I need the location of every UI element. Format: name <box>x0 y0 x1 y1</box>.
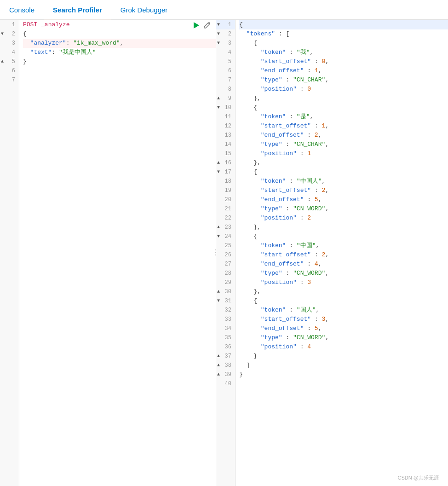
panel-drag-handle[interactable]: ⋮ <box>213 20 218 486</box>
line-number: 11 <box>216 112 235 122</box>
line-number: ▼2 <box>0 29 19 39</box>
line-number: 15 <box>216 149 235 158</box>
top-nav: Console Search Profiler Grok Debugger <box>0 0 448 20</box>
code-line: "position" : 3 <box>239 278 448 287</box>
code-line: } <box>239 370 448 379</box>
svg-point-1 <box>208 23 210 24</box>
line-number: ▲23 <box>216 223 235 232</box>
play-icon <box>192 21 200 29</box>
line-number: 33 <box>216 315 235 324</box>
code-line: }, <box>239 223 448 232</box>
left-panel: 1▼234▲567 POST _analyze{ "analyzer": "ik… <box>0 20 216 486</box>
code-line: { <box>239 168 448 177</box>
code-line: "start_offset" : 2, <box>239 186 448 195</box>
code-line: }, <box>239 94 448 103</box>
line-number: ▼31 <box>216 296 235 306</box>
code-line <box>23 66 216 75</box>
code-line: { <box>239 232 448 241</box>
code-line <box>239 379 448 388</box>
run-button[interactable] <box>192 21 200 31</box>
line-number: 34 <box>216 324 235 333</box>
line-number: 7 <box>0 75 19 85</box>
code-line: "tokens" : [ <box>239 29 448 39</box>
tab-search-profiler[interactable]: Search Profiler <box>44 0 111 20</box>
code-line: "start_offset" : 0, <box>239 57 448 66</box>
line-number: ▲5 <box>0 57 19 66</box>
code-line: "start_offset" : 2, <box>239 250 448 260</box>
line-number: ▼10 <box>216 103 235 112</box>
code-line: { <box>239 39 448 48</box>
drag-handle-dots: ⋮ <box>212 249 219 257</box>
fold-indicator[interactable]: ▼ <box>1 29 4 39</box>
settings-button[interactable] <box>203 21 211 31</box>
code-line: "type" : "CN_CHAR", <box>239 140 448 149</box>
line-number: 8 <box>216 85 235 94</box>
code-line: "token" : "中国人", <box>239 177 448 186</box>
wrench-icon <box>203 21 211 29</box>
code-line: "end_offset" : 4, <box>239 260 448 269</box>
code-line: "analyzer": "ik_max_word", <box>23 39 216 48</box>
line-number: ▼3 <box>216 39 235 48</box>
code-line: "type" : "CN_WORD", <box>239 204 448 214</box>
line-number: ▲38 <box>216 361 235 370</box>
code-line: "type" : "CN_CHAR", <box>239 75 448 85</box>
line-number: 27 <box>216 260 235 269</box>
code-line: "end_offset" : 5, <box>239 324 448 333</box>
left-code-lines[interactable]: POST _analyze{ "analyzer": "ik_max_word"… <box>19 20 216 486</box>
main-content: 1▼234▲567 POST _analyze{ "analyzer": "ik… <box>0 20 448 486</box>
tab-grok-debugger[interactable]: Grok Debugger <box>111 0 177 20</box>
right-code-lines[interactable]: { "tokens" : [ { "token" : "我", "start_o… <box>235 20 448 486</box>
code-line: { <box>239 20 448 29</box>
line-number: 18 <box>216 177 235 186</box>
line-number: ▼24 <box>216 232 235 241</box>
code-line: POST _analyze <box>23 20 216 29</box>
tab-console[interactable]: Console <box>0 0 44 20</box>
line-number: ▼2 <box>216 29 235 39</box>
line-number: 6 <box>216 66 235 75</box>
fold-indicator[interactable]: ▲ <box>1 57 4 66</box>
right-code-area: ▼1▼2▼345678▲9▼101112131415▲16▼1718192021… <box>216 20 448 486</box>
code-line: "type" : "CN_WORD", <box>239 269 448 278</box>
code-line: "token" : "国人", <box>239 306 448 315</box>
code-line: "token" : "是", <box>239 112 448 122</box>
code-line: "start_offset" : 3, <box>239 315 448 324</box>
code-line: { <box>239 296 448 306</box>
line-number: ▼17 <box>216 168 235 177</box>
left-line-numbers: 1▼234▲567 <box>0 20 19 486</box>
left-toolbar <box>192 21 211 31</box>
line-number: ▼1 <box>216 20 235 29</box>
line-number: 40 <box>216 379 235 388</box>
svg-marker-0 <box>194 22 199 29</box>
code-line: "position" : 1 <box>239 149 448 158</box>
code-line: { <box>239 103 448 112</box>
line-number: 6 <box>0 66 19 75</box>
line-number: 28 <box>216 269 235 278</box>
line-number: 19 <box>216 186 235 195</box>
line-number: 4 <box>216 48 235 57</box>
code-line: "end_offset" : 5, <box>239 195 448 204</box>
code-line: "text": "我是中国人" <box>23 48 216 57</box>
line-number: ▲9 <box>216 94 235 103</box>
code-line: "token" : "我", <box>239 48 448 57</box>
line-number: 32 <box>216 306 235 315</box>
right-panel: ▼1▼2▼345678▲9▼101112131415▲16▼1718192021… <box>216 20 448 486</box>
line-number: 13 <box>216 131 235 140</box>
code-line: } <box>23 57 216 66</box>
code-line <box>23 75 216 85</box>
line-number: 1 <box>0 20 19 29</box>
code-line: "start_offset" : 1, <box>239 122 448 131</box>
line-number: 21 <box>216 204 235 214</box>
line-number: 36 <box>216 342 235 352</box>
line-number: ▲39 <box>216 370 235 379</box>
code-line: "position" : 4 <box>239 342 448 352</box>
line-number: ▲16 <box>216 158 235 168</box>
line-number: 29 <box>216 278 235 287</box>
line-number: 3 <box>0 39 19 48</box>
line-number: ▲37 <box>216 352 235 361</box>
code-line: "position" : 0 <box>239 85 448 94</box>
line-number: 7 <box>216 75 235 85</box>
line-number: 35 <box>216 333 235 342</box>
code-line: }, <box>239 287 448 296</box>
watermark: CSDN @其乐无涯 <box>398 474 439 481</box>
code-line: "end_offset" : 2, <box>239 131 448 140</box>
